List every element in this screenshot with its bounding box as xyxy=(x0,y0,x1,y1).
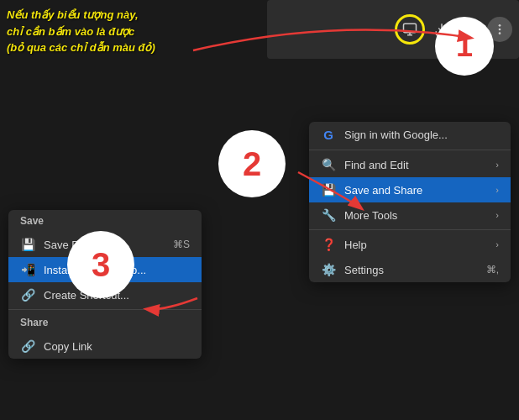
save-page-icon: 💾 xyxy=(20,238,35,251)
install-app-icon: 📲 xyxy=(20,263,35,276)
menu-label-copy-link: Copy Link xyxy=(44,340,190,353)
settings-icon: ⚙️ xyxy=(321,263,336,276)
find-edit-icon: 🔍 xyxy=(321,158,336,171)
menu-item-help[interactable]: ❓ Help › xyxy=(309,232,511,257)
chevron-help: › xyxy=(495,239,499,249)
settings-shortcut: ⌘, xyxy=(486,264,499,276)
section-header-share: Share xyxy=(8,312,202,333)
step-circle-1: 1 xyxy=(435,17,494,76)
save-share-icon: 💾 xyxy=(321,183,336,197)
menu-item-google[interactable]: G Sign in with Google... xyxy=(309,122,511,148)
svg-point-2 xyxy=(499,29,501,31)
menu-label-help: Help xyxy=(344,239,487,251)
menu-label-find-edit: Find and Edit xyxy=(344,159,487,171)
svg-rect-0 xyxy=(404,24,417,33)
menu-item-settings[interactable]: ⚙️ Settings ⌘, xyxy=(309,257,511,282)
svg-point-1 xyxy=(499,24,501,27)
more-tools-icon: 🔧 xyxy=(321,208,336,222)
save-page-shortcut: ⌘S xyxy=(173,239,190,250)
context-menu: G Sign in with Google... 🔍 Find and Edit… xyxy=(309,122,511,282)
menu-label-google: Sign in with Google... xyxy=(344,129,499,141)
step-circle-3: 3 xyxy=(67,231,134,298)
chevron-save-share: › xyxy=(495,185,499,195)
menu-item-save-share[interactable]: 💾 Save and Share › xyxy=(309,177,511,202)
annotation-text: Nếu thấy biểu tượng này, chỉ cần bấm vào… xyxy=(7,7,155,56)
chevron-find-edit: › xyxy=(495,160,499,170)
menu-separator-1 xyxy=(309,150,511,150)
menu-separator-share xyxy=(8,309,202,310)
menu-item-copy-link[interactable]: 🔗 Copy Link xyxy=(8,333,202,359)
copy-link-icon: 🔗 xyxy=(20,339,35,353)
menu-label-more-tools: More Tools xyxy=(344,209,487,222)
menu-item-find-edit[interactable]: 🔍 Find and Edit › xyxy=(309,152,511,177)
menu-label-save-share: Save and Share xyxy=(344,184,487,197)
section-header-save: Save xyxy=(8,210,202,232)
cast-icon[interactable] xyxy=(395,14,425,45)
menu-separator-2 xyxy=(309,229,511,230)
menu-label-settings: Settings xyxy=(344,264,478,276)
menu-item-more-tools[interactable]: 🔧 More Tools › xyxy=(309,202,511,228)
help-icon: ❓ xyxy=(321,238,336,251)
google-icon: G xyxy=(321,128,336,142)
svg-point-3 xyxy=(499,32,501,34)
step-circle-2: 2 xyxy=(218,130,286,197)
chevron-more-tools: › xyxy=(495,210,499,220)
shortcut-icon: 🔗 xyxy=(20,288,35,302)
